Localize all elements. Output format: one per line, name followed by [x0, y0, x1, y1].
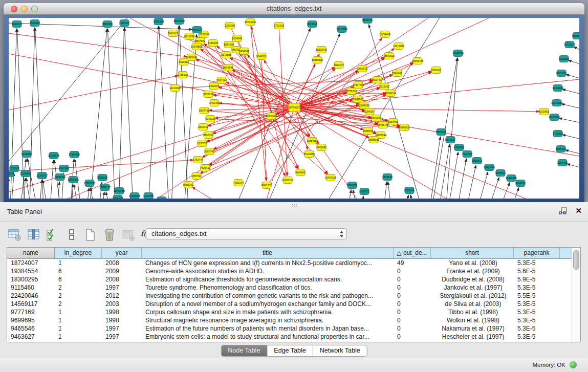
- graph-node[interactable]: 9346900: [295, 169, 306, 176]
- graph-node[interactable]: 19384554: [307, 138, 318, 144]
- graph-node[interactable]: 18724007: [289, 103, 300, 112]
- graph-node[interactable]: 1342004: [209, 83, 219, 90]
- graph-node[interactable]: 9505925: [30, 20, 40, 27]
- graph-node[interactable]: 16648784: [452, 50, 464, 57]
- column-header-out_de[interactable]: △ out_de...: [394, 248, 431, 258]
- table-row[interactable]: 1456911722003Disruption of a novel membe…: [7, 300, 580, 308]
- table-row[interactable]: 1830029562008Estimation of significance …: [7, 275, 580, 283]
- graph-node[interactable]: 12217987: [393, 43, 404, 50]
- graph-node[interactable]: 12444154: [551, 100, 562, 106]
- graph-node[interactable]: 3867102: [203, 132, 213, 139]
- graph-node[interactable]: 9356348: [113, 195, 123, 199]
- select-columns-icon[interactable]: [46, 228, 59, 242]
- graph-node[interactable]: 15751074: [564, 41, 575, 48]
- new-table-icon[interactable]: [84, 228, 97, 242]
- graph-node[interactable]: 9242848: [223, 64, 233, 71]
- graph-node[interactable]: 7857224: [192, 27, 202, 33]
- graph-node[interactable]: 9151138: [203, 91, 213, 98]
- graph-node[interactable]: 7525410: [200, 165, 210, 171]
- graph-node[interactable]: 8786255: [347, 182, 357, 189]
- graph-node[interactable]: 10497208: [325, 174, 336, 181]
- graph-node[interactable]: 17957253: [84, 180, 95, 187]
- graph-node[interactable]: 2264546: [232, 35, 242, 42]
- graph-node[interactable]: 15134650: [303, 151, 315, 158]
- graph-node[interactable]: 16210643: [549, 114, 560, 121]
- graph-node[interactable]: 9146821: [256, 53, 267, 60]
- graph-node[interactable]: 6145845: [316, 144, 326, 151]
- graph-node[interactable]: 1206140: [556, 146, 566, 152]
- graph-node[interactable]: 17977718: [353, 82, 364, 89]
- graph-node[interactable]: 6679197: [445, 137, 455, 143]
- graph-node[interactable]: 9390618: [179, 59, 189, 65]
- graph-node[interactable]: 16961758: [412, 58, 423, 64]
- graph-node[interactable]: 2045112: [157, 197, 166, 199]
- table-row[interactable]: 977716911998Corpus callosum shape and si…: [7, 308, 580, 316]
- graph-node[interactable]: 16046164: [385, 90, 396, 97]
- graph-node[interactable]: 9097588: [59, 165, 69, 172]
- graph-node[interactable]: 16782759: [114, 188, 125, 194]
- graph-node[interactable]: 9702018: [274, 23, 284, 29]
- table-row[interactable]: 1938455462009Genome-wide association stu…: [7, 267, 580, 275]
- graph-node[interactable]: 8912954: [184, 33, 194, 40]
- graph-node[interactable]: 19218586: [336, 26, 347, 33]
- table-scrollbar-thumb[interactable]: [573, 250, 579, 270]
- graph-node[interactable]: 11156863: [20, 170, 31, 177]
- tab-network-table[interactable]: Network Table: [313, 345, 367, 356]
- graph-node[interactable]: 18325419: [316, 47, 327, 53]
- graph-node[interactable]: 15723416: [245, 19, 256, 26]
- graph-node[interactable]: 16958107: [99, 184, 111, 191]
- graph-node[interactable]: 1629677: [12, 21, 22, 28]
- graph-node[interactable]: 9081302: [262, 182, 272, 189]
- graph-node[interactable]: 9154469: [388, 119, 398, 125]
- panel-resize-handle[interactable]: [292, 204, 297, 207]
- graph-node[interactable]: 8905493: [371, 115, 381, 122]
- graph-node[interactable]: 8765142: [183, 182, 193, 188]
- graph-node[interactable]: 15688520: [312, 57, 323, 63]
- graph-node[interactable]: 9227343: [556, 70, 567, 77]
- memory-status-icon[interactable]: [570, 361, 577, 368]
- graph-node[interactable]: 9879197: [436, 129, 446, 136]
- graph-node[interactable]: 7635144: [233, 180, 244, 186]
- graph-node[interactable]: 1524810: [382, 174, 393, 181]
- graph-node[interactable]: 3913143: [9, 170, 14, 177]
- table-row[interactable]: 1872400712008Changes of HCN gene express…: [7, 259, 580, 267]
- graph-node[interactable]: 8660123: [168, 30, 178, 37]
- graph-node[interactable]: 8990443: [392, 70, 402, 77]
- column-header-year[interactable]: year: [102, 248, 142, 258]
- show-columns-icon[interactable]: [27, 228, 40, 242]
- graph-node[interactable]: 10646913: [352, 96, 363, 103]
- graph-node[interactable]: 1753744: [193, 157, 203, 163]
- graph-node[interactable]: 9245022: [495, 170, 506, 177]
- graph-node[interactable]: 11545093: [358, 102, 369, 109]
- graph-node[interactable]: 1362615: [357, 65, 367, 72]
- graph-node[interactable]: 8454749: [239, 48, 249, 55]
- graph-node[interactable]: 1710893: [553, 130, 563, 137]
- graph-node[interactable]: 2803144: [216, 77, 227, 84]
- graph-node[interactable]: 15495742: [377, 122, 388, 128]
- table-row[interactable]: 2242004622012Investigating the contribut…: [7, 292, 580, 300]
- graph-node[interactable]: 12342757: [36, 172, 48, 179]
- graph-node[interactable]: 8822037: [334, 62, 344, 69]
- graph-node[interactable]: 8215953: [539, 108, 549, 115]
- graph-node[interactable]: 12505135: [68, 177, 79, 183]
- graph-node[interactable]: 9693488: [454, 144, 464, 151]
- graph-node[interactable]: 9805612: [472, 158, 482, 164]
- graph-node[interactable]: 1095211: [359, 188, 369, 195]
- graph-node[interactable]: 2751450: [209, 100, 220, 106]
- delete-attribute-icon[interactable]: [103, 228, 116, 242]
- graph-node[interactable]: 2204057: [364, 108, 375, 115]
- graph-node[interactable]: 12093832: [552, 85, 563, 92]
- graph-node[interactable]: 11145194: [54, 174, 66, 181]
- graph-node[interactable]: 20206576: [48, 152, 59, 159]
- graph-node[interactable]: 2815142: [198, 124, 208, 130]
- graph-node[interactable]: 11254409: [379, 31, 390, 38]
- graph-node[interactable]: 3067741: [204, 148, 214, 155]
- graph-node[interactable]: 3216162: [379, 83, 389, 90]
- graph-node[interactable]: 9505135: [97, 174, 107, 181]
- graph-node[interactable]: 2718126: [178, 72, 188, 78]
- graph-node[interactable]: 12923448: [129, 193, 140, 199]
- graph-node[interactable]: 8307731: [199, 107, 209, 114]
- tab-edge-table[interactable]: Edge Table: [267, 345, 312, 356]
- graph-node[interactable]: 18300295: [266, 113, 277, 120]
- row-height-icon[interactable]: [65, 228, 78, 242]
